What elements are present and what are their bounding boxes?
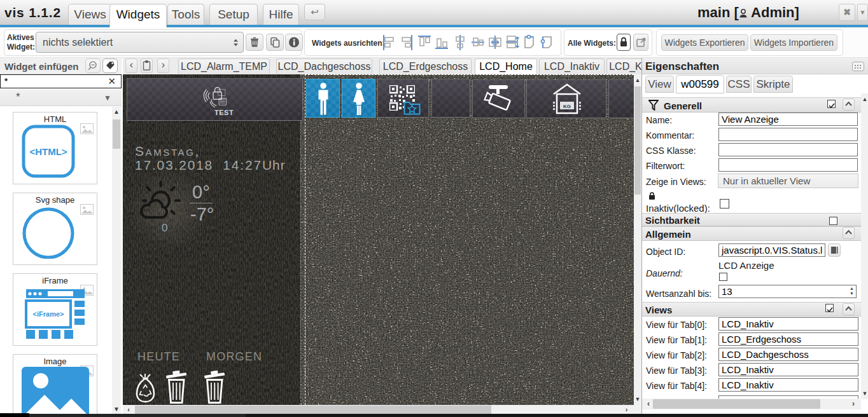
svg-text:<HTML>: <HTML> [29, 146, 67, 157]
svg-text:KG: KG [563, 104, 571, 109]
svg-text:<iFrame>: <iFrame> [33, 310, 64, 318]
